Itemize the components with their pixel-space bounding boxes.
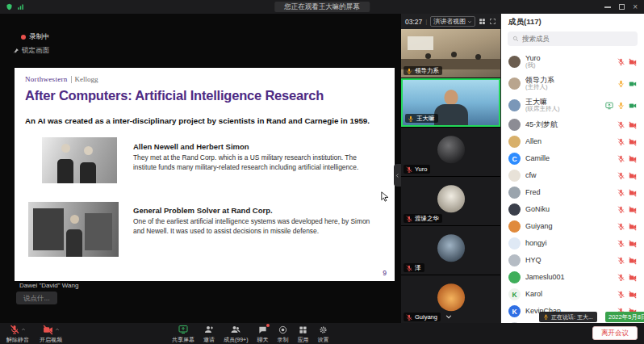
participant-row[interactable]: 王大嘛(联席主持人) bbox=[501, 94, 644, 116]
invite-button[interactable]: 邀请 bbox=[203, 325, 215, 343]
camera-off-icon[interactable] bbox=[629, 138, 637, 146]
camera-off-icon[interactable] bbox=[629, 189, 637, 197]
participant-row[interactable]: cfw bbox=[501, 167, 644, 184]
record-button[interactable]: 录制 bbox=[278, 325, 289, 343]
mic-muted-icon[interactable] bbox=[617, 223, 625, 230]
participant-name: Yuro bbox=[525, 54, 617, 62]
close-icon[interactable]: × bbox=[633, 3, 638, 11]
share-screen-button[interactable]: 共享屏幕 bbox=[172, 325, 194, 343]
unmute-button[interactable]: 解除静音 bbox=[6, 325, 29, 343]
tile-name: 泽 bbox=[415, 264, 421, 271]
video-tile-room[interactable]: 领导力系 bbox=[401, 29, 500, 78]
participant-row[interactable]: 45-刘梦航 bbox=[501, 116, 644, 133]
mic-muted-icon[interactable] bbox=[617, 155, 625, 162]
search-input[interactable] bbox=[522, 35, 633, 43]
participant-row[interactable]: Jameslu001 bbox=[501, 269, 644, 286]
start-video-label: 开启视频 bbox=[40, 336, 62, 343]
mic-active-icon[interactable] bbox=[617, 80, 625, 87]
leave-meeting-button[interactable]: 离开会议 bbox=[592, 326, 638, 340]
slide-page-number: 9 bbox=[383, 269, 387, 277]
chevron-up-icon[interactable] bbox=[21, 327, 26, 332]
participant-row[interactable]: 领导力系(主持人) bbox=[501, 73, 644, 94]
recording-indicator: 录制中 bbox=[21, 32, 50, 42]
camera-off-icon[interactable] bbox=[629, 121, 637, 129]
mic-muted-icon[interactable] bbox=[617, 138, 625, 145]
collapse-strip-tab[interactable] bbox=[394, 164, 401, 187]
apps-label: 应用 bbox=[298, 336, 309, 343]
participant-name: GoNiku bbox=[525, 205, 617, 213]
invite-label: 邀请 bbox=[203, 336, 215, 343]
mic-active-icon[interactable] bbox=[617, 102, 625, 109]
mic-muted-icon[interactable] bbox=[617, 257, 625, 264]
mic-muted-icon[interactable] bbox=[617, 240, 625, 247]
share-screen-icon bbox=[178, 325, 188, 334]
mic-muted-icon[interactable] bbox=[617, 291, 625, 298]
settings-button[interactable]: 设置 bbox=[318, 325, 329, 343]
camera-off-icon[interactable] bbox=[629, 240, 637, 248]
participant-name: Camille bbox=[525, 154, 617, 162]
mic-muted-icon[interactable] bbox=[617, 189, 625, 196]
lock-screen-button[interactable]: 锁定画面 bbox=[13, 46, 49, 56]
apps-grid-icon bbox=[299, 325, 307, 334]
video-tile[interactable]: 泽 bbox=[401, 226, 500, 275]
video-tile-active-speaker[interactable]: 王大嘛 bbox=[401, 78, 500, 127]
participant-row[interactable]: Yuro(我) bbox=[501, 51, 644, 73]
participant-row[interactable]: Allen bbox=[501, 133, 644, 150]
mic-muted-icon[interactable] bbox=[617, 58, 625, 65]
search-icon bbox=[512, 36, 519, 42]
participant-row[interactable]: HYQ bbox=[501, 252, 644, 269]
video-tile[interactable]: Yuro bbox=[401, 128, 500, 176]
camera-off-icon[interactable] bbox=[629, 172, 637, 180]
camera-off-icon[interactable] bbox=[629, 223, 637, 231]
start-video-button[interactable]: 开启视频 bbox=[40, 325, 62, 343]
camera-on-icon[interactable] bbox=[629, 102, 637, 110]
gallery-layout-icon[interactable] bbox=[479, 18, 486, 25]
avatar-letter: C bbox=[512, 155, 516, 163]
minimize-icon[interactable] bbox=[604, 6, 611, 8]
settings-label: 设置 bbox=[318, 336, 329, 343]
fullscreen-icon[interactable] bbox=[489, 18, 496, 25]
participant-role: (我) bbox=[525, 62, 617, 69]
divider: | bbox=[425, 18, 427, 25]
video-tile[interactable]: 渡缘之华 bbox=[401, 177, 500, 225]
camera-off-icon[interactable] bbox=[629, 206, 637, 214]
window-titlebar: 您正在观看王大嘛的屏幕 × bbox=[0, 0, 644, 14]
avatar bbox=[508, 237, 521, 250]
photo-figure bbox=[70, 215, 79, 224]
participant-search[interactable] bbox=[508, 31, 638, 46]
photo-figure bbox=[84, 146, 93, 155]
participant-row[interactable]: GoNiku bbox=[501, 201, 644, 218]
participants-panel: 成员(117) Yuro(我) 领导力系(主持人) 王大嘛(联席主持人) 45-… bbox=[500, 14, 644, 323]
mouse-cursor bbox=[381, 191, 391, 202]
chevron-down-icon[interactable] bbox=[445, 313, 453, 321]
camera-off-icon[interactable] bbox=[629, 291, 637, 299]
quick-chat-input[interactable]: 说点什... bbox=[16, 292, 57, 304]
avatar bbox=[508, 254, 521, 266]
apps-button[interactable]: 应用 bbox=[298, 325, 309, 343]
security-shield-icon[interactable] bbox=[6, 3, 13, 10]
camera-off-icon[interactable] bbox=[629, 155, 637, 163]
mic-muted-icon[interactable] bbox=[617, 121, 625, 128]
photo-figure bbox=[80, 162, 96, 183]
participant-row[interactable]: hongyi bbox=[501, 235, 644, 252]
network-signal-icon bbox=[17, 3, 24, 10]
participant-row[interactable]: Fred bbox=[501, 184, 644, 201]
chevron-up-icon[interactable] bbox=[55, 327, 60, 332]
camera-off-icon[interactable] bbox=[629, 257, 637, 265]
mic-muted-icon[interactable] bbox=[617, 206, 625, 213]
view-mode-button[interactable]: 演讲者视图 bbox=[430, 16, 475, 27]
participant-row[interactable]: Guiyang bbox=[501, 218, 644, 235]
chat-button[interactable]: 聊天 bbox=[257, 325, 269, 343]
camera-off-icon[interactable] bbox=[629, 58, 637, 66]
recording-label: 录制中 bbox=[29, 32, 50, 42]
participant-row[interactable]: C Camille bbox=[501, 150, 644, 167]
participant-row[interactable]: K Karol bbox=[501, 286, 644, 303]
avatar bbox=[508, 56, 521, 68]
maximize-icon[interactable] bbox=[619, 4, 625, 10]
camera-off-icon[interactable] bbox=[629, 274, 637, 282]
camera-on-icon[interactable] bbox=[629, 80, 637, 88]
mic-muted-icon[interactable] bbox=[617, 172, 625, 179]
video-gallery-strip: 领导力系 王大嘛 Yuro 渡缘之华 泽 Guiyang bbox=[401, 29, 500, 323]
mic-muted-icon[interactable] bbox=[617, 274, 625, 281]
members-button[interactable]: 成员(99+) bbox=[224, 325, 249, 343]
